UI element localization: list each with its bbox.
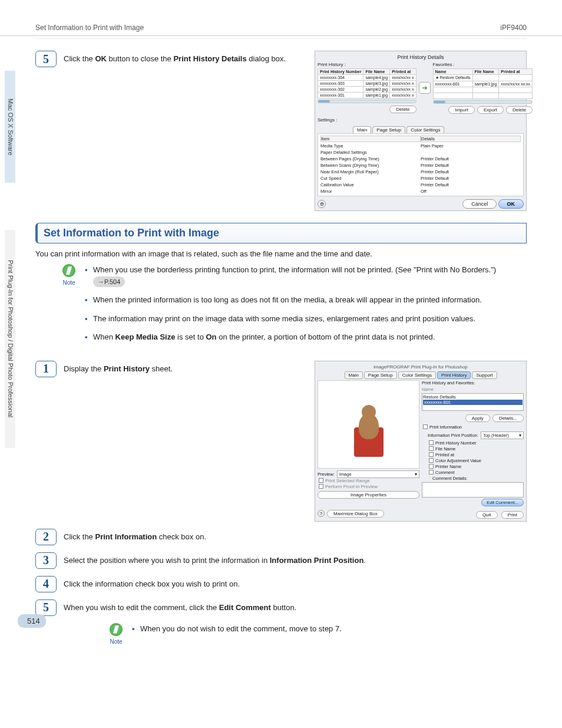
settings-list[interactable]: ItemDetails Media TypePlain Paper Paper … [318,133,524,196]
quit-button[interactable]: Quit [476,511,498,519]
details-button[interactable]: Details... [492,414,524,422]
print-history-label: Print History : [318,62,416,67]
dialog-title: Print History Details [318,54,524,62]
perform-proof-label: Perform Proof in Preview [325,484,378,489]
print-selected-range-checkbox[interactable] [319,478,323,483]
step-5-badge: 5 [35,51,57,67]
maximize-button[interactable]: Maximize Dialog Box [327,510,384,518]
delete-button[interactable]: Delete [389,106,416,113]
note-icon: Note [106,623,126,645]
favorites-label: Favorites : [433,62,533,67]
cancel-button[interactable]: Cancel [462,199,497,209]
chk-file-name[interactable] [429,446,434,451]
tab-support[interactable]: Support [472,371,497,379]
chk-printer-name[interactable] [429,464,434,469]
settings-label: Settings : [318,117,524,123]
step-5b-badge: 5 [35,599,57,616]
tab-print-history[interactable]: Print History [437,371,471,379]
delete-button[interactable]: Delete [506,106,533,114]
plugin-title: imagePROGRAF Print Plug-In for Photoshop [318,364,524,371]
favorites-listbox[interactable]: Restore Defaults xxxxxxxx-801 [422,393,524,411]
print-button[interactable]: Print [501,511,524,519]
help-icon[interactable]: ? [318,510,325,517]
scrollbar[interactable] [318,100,416,103]
tab-main[interactable]: Main [353,126,371,133]
page-header: Set Information to Print with Image iPF9… [0,0,562,36]
chk-comment[interactable] [429,470,434,475]
hist-fav-label: Print History and Favorites: [422,380,524,386]
import-button[interactable]: Import [448,106,475,114]
comment-textarea[interactable] [422,482,524,498]
tab-page-setup[interactable]: Page Setup [364,371,397,379]
scrollbar[interactable] [433,100,533,104]
step-3-badge: 3 [35,552,57,569]
tab-color-settings[interactable]: Color Settings [406,126,444,133]
print-information-label: Print Information [429,424,462,430]
sidetab-plugin: Print Plug-In for Photoshop / Digital Ph… [5,230,15,448]
page-link-504[interactable]: →P.504 [93,276,125,288]
step-5-text: Click the OK button to close the Print H… [64,51,308,65]
header-left: Set Information to Print with Image [35,24,144,32]
apply-button[interactable]: Apply [465,414,490,422]
print-selected-range-label: Print Selected Range [325,478,370,483]
chk-print-history-number[interactable] [429,440,434,445]
tab-main[interactable]: Main [345,371,363,379]
comment-details-label: Comment Details: [422,476,524,481]
gear-icon[interactable]: ⚙ [318,200,326,208]
print-information-checkbox[interactable] [423,424,428,429]
step-2-text: Click the Print Information check box on… [64,529,527,543]
step-3-text: Select the position where you wish to pr… [64,552,527,566]
info-print-position-label: Information Print Position: [428,433,478,438]
page-number: 514 [18,614,46,628]
header-right: iPF9400 [500,24,527,32]
sidetab-software: Mac OS X Software [5,71,15,183]
name-label: Name [422,387,524,392]
step-4-text: Click the information check box you wish… [64,576,527,590]
note-icon: Note [59,264,79,350]
section-heading: Set Information to Print with Image [35,223,527,243]
step-1-badge: 1 [35,361,57,377]
tab-color-settings[interactable]: Color Settings [398,371,436,379]
note-bullets: When you do not wish to edit the comment… [132,623,342,645]
export-button[interactable]: Export [477,106,504,114]
note-bullets: When you use the borderless printing fun… [85,264,496,350]
preview-image [348,392,389,457]
tab-page-setup[interactable]: Page Setup [372,126,405,133]
step-2-badge: 2 [35,529,57,545]
info-print-position-select[interactable]: Top (Header)▾ [481,431,524,439]
print-plugin-dialog: imagePROGRAF Print Plug-In for Photoshop… [315,361,527,522]
image-properties-button[interactable]: Image Properties [318,491,419,499]
add-to-favorites-button[interactable]: ➜ [419,82,431,94]
step-1-text: Display the Print History sheet. [64,361,308,375]
step-4-badge: 4 [35,576,57,592]
preview-label: Preview: [318,472,335,477]
preview-pane [318,380,419,469]
chk-printed-at[interactable] [429,452,434,457]
ok-button[interactable]: OK [498,199,524,209]
perform-proof-checkbox[interactable] [319,484,323,489]
chk-color-adjustment[interactable] [429,458,434,463]
footer: User's Guide [0,655,562,729]
section-intro: You can print information with an image … [35,249,527,258]
favorites-table[interactable]: NameFile NamePrinted at ★ Restore Defaul… [433,68,533,99]
print-history-details-dialog: Print History Details Print History : Pr… [315,51,527,211]
preview-select[interactable]: Image▾ [337,470,419,478]
step-5b-text: When you wish to edit the comment, click… [64,599,527,614]
edit-comment-button[interactable]: Edit Comment... [481,499,524,506]
print-history-table[interactable]: Print History NumberFile NamePrinted at … [318,68,416,98]
